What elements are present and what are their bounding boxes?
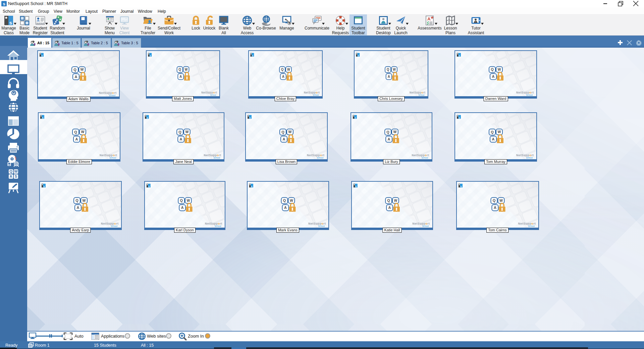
svg-text:A: A [75,75,77,79]
svg-text:W: W [394,199,397,202]
svg-text:School: School [111,225,117,227]
svg-text:A: A [10,174,12,178]
svg-text:A: A [181,206,184,210]
svg-text:A: A [492,137,495,141]
svg-text:W: W [290,198,293,202]
svg-text:School: School [313,94,319,96]
svg-text:School: School [109,157,116,159]
svg-text:A: A [388,206,391,210]
svg-text:Q: Q [73,68,76,72]
svg-text:A: A [284,206,287,210]
svg-text:A: A [180,137,182,141]
svg-text:Q: Q [281,130,284,134]
svg-text:s: s [3,1,5,6]
svg-text:School: School [213,157,220,159]
svg-text:A: A [388,137,390,141]
svg-text:A: A [77,206,79,210]
svg-text:A: A [179,75,182,79]
svg-text:School: School [318,225,325,227]
svg-text:s: s [9,20,12,25]
svg-text:W: W [393,67,396,71]
svg-text:Q: Q [180,198,183,202]
svg-text:W: W [498,130,501,134]
svg-text:W: W [499,198,503,202]
svg-text:W: W [498,68,501,71]
svg-text:A: A [388,75,390,79]
svg-text:Q: Q [281,68,284,72]
svg-text:Q: Q [74,130,77,134]
svg-text:W: W [83,198,86,202]
svg-text:School: School [317,157,323,159]
svg-text:School: School [528,225,535,227]
svg-text:School: School [422,225,429,227]
svg-text:A: A [427,16,431,21]
svg-text:Q: Q [491,130,494,134]
svg-text:Q: Q [386,130,389,134]
svg-text:School: School [109,94,115,97]
svg-text:Q: Q [75,198,78,202]
svg-text:School: School [215,225,221,227]
svg-text:W: W [393,130,397,134]
svg-text:A: A [283,137,285,141]
svg-text:School: School [418,94,425,96]
svg-text:School: School [526,157,533,159]
svg-text:Q: Q [387,198,390,202]
svg-text:Q: Q [493,198,496,202]
svg-text:A: A [75,137,78,141]
svg-text:W: W [81,130,85,134]
svg-text:W: W [287,67,290,71]
svg-text:School: School [421,157,428,159]
svg-text:A: A [282,75,285,79]
svg-text:Q: Q [283,198,286,202]
svg-text:W: W [288,130,292,134]
svg-text:S: S [15,174,17,178]
svg-text:A: A [492,74,495,78]
svg-text:Q: Q [9,169,12,173]
svg-text:W: W [185,130,189,134]
svg-text:W: W [80,67,84,71]
svg-text:Q: Q [178,68,181,72]
svg-text:School: School [210,94,216,96]
svg-text:W: W [186,199,190,202]
svg-text:A: A [494,206,496,210]
svg-text:Q: Q [491,67,494,71]
svg-text:School: School [526,94,533,96]
svg-text:Q: Q [387,68,389,72]
svg-text:Q: Q [178,130,181,134]
svg-text:W: W [184,67,187,71]
svg-text:W: W [14,169,18,173]
